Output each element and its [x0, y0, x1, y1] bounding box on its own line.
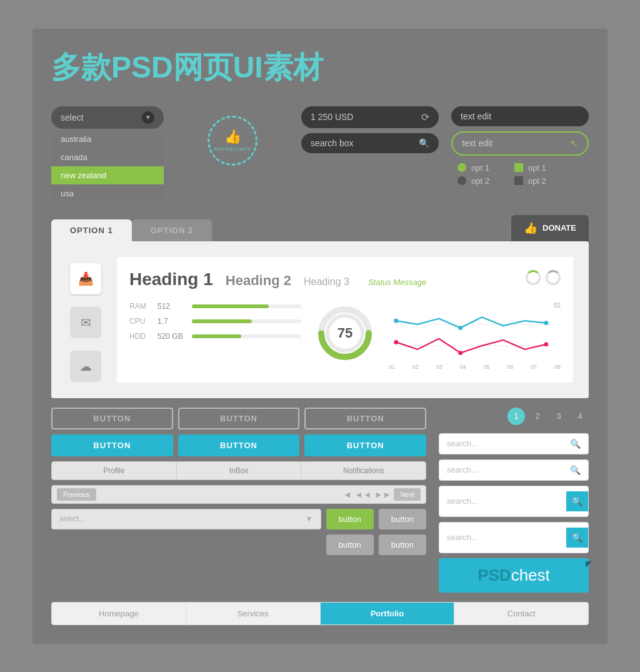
outline-button-2[interactable]: BUTTON [178, 408, 300, 429]
green-button-1[interactable]: button [326, 509, 374, 529]
outline-button-1[interactable]: BUTTON [51, 408, 173, 429]
chart-label-02: 02 [412, 364, 419, 370]
stat-bar-fill-cpu [192, 319, 252, 323]
page-2[interactable]: 2 [529, 408, 546, 425]
sidebar-icons: 📥 ✉ ☁ [67, 257, 104, 383]
checkbox-opt1: opt 1 [514, 163, 546, 173]
dropdown-area: select ▼ australia canada new zealand us… [51, 106, 164, 203]
search-box-2[interactable]: search... 🔍 [439, 459, 589, 481]
tab-nav-inbox[interactable]: InBox [177, 462, 302, 479]
search-box-input[interactable]: search box 🔍 [301, 133, 439, 153]
search-box-3[interactable]: search... 🔍 [439, 486, 589, 517]
dropdown-item-newzealand[interactable]: new zealand [51, 166, 164, 184]
thumb-icon: 👍 [224, 129, 241, 145]
inbox-icon: 📥 [78, 271, 94, 286]
prev-button[interactable]: Previous [57, 488, 96, 501]
badge-label: APPRECIATE [214, 146, 251, 152]
psd-banner: PSD chest [439, 558, 589, 593]
page-3[interactable]: 3 [550, 408, 568, 425]
checkbox-1[interactable] [514, 163, 523, 172]
dash-headings: Heading 1 Heading 2 Heading 3 Status Mes… [129, 269, 561, 289]
tabs-bar: OPTION 1 OPTION 2 👍 DONATE [51, 215, 589, 241]
select-arrow-icon: ▼ [306, 514, 313, 523]
dropdown-item-usa[interactable]: usa [51, 184, 164, 203]
cursor-icon: ↖ [570, 138, 578, 149]
amount-value: 1 250 USD [311, 112, 353, 122]
blue-button-1[interactable]: BUTTON [51, 434, 173, 456]
radio-opt2: opt 2 [458, 176, 489, 186]
nav-homepage[interactable]: Homepage [52, 603, 186, 624]
cloud-icon: ☁ [79, 359, 92, 374]
page-4[interactable]: 4 [571, 408, 589, 425]
radio-opt1: opt 1 [458, 163, 489, 173]
chart-x-labels: 01 02 03 04 05 06 07 08 [389, 364, 561, 370]
stats-bars: RAM 512 CPU 1.7 [129, 302, 301, 370]
nav-contact[interactable]: Contact [454, 603, 588, 624]
gray-button-3[interactable]: button [379, 534, 426, 555]
dropdown-list: australia canada new zealand usa [51, 130, 164, 203]
chart-label-04: 04 [460, 364, 466, 370]
gray-button-1[interactable]: button [379, 509, 426, 529]
dashboard-content: Heading 1 Heading 2 Heading 3 Status Mes… [117, 257, 573, 383]
outline-button-3[interactable]: BUTTON [304, 408, 426, 429]
text-edit-2[interactable]: text edit ↖ [451, 131, 589, 156]
search-box-4[interactable]: search... 🔍 [439, 522, 589, 553]
checkbox-opt1-label: opt 1 [528, 163, 546, 173]
svg-point-5 [394, 318, 398, 323]
tab-nav-profile[interactable]: Profile [52, 462, 177, 479]
checkbox-2[interactable] [514, 176, 523, 185]
nav-arrow-1[interactable]: ◄ [343, 489, 352, 499]
stat-value-cpu: 1.7 [158, 317, 186, 326]
appreciate-badge: 👍 APPRECIATE [208, 116, 258, 166]
stat-label-ram: RAM [129, 302, 151, 311]
sidebar-icon-mail[interactable]: ✉ [70, 307, 101, 338]
next-button[interactable]: Next [394, 488, 421, 501]
spin-icon: ⟳ [421, 111, 429, 123]
donate-icon: 👍 [524, 221, 538, 235]
stat-bar-bg-cpu [192, 319, 301, 323]
blue-button-3[interactable]: BUTTON [304, 434, 426, 456]
text-edit-1-value: text edit [461, 111, 491, 121]
dropdown-item-canada[interactable]: canada [51, 148, 164, 166]
sidebar-icon-inbox[interactable]: 📥 [70, 263, 101, 294]
tab-nav-notifications[interactable]: Notifications [301, 462, 426, 479]
sidebar-icon-cloud[interactable]: ☁ [70, 351, 101, 382]
nav-portfolio[interactable]: Portfolio [321, 603, 455, 624]
svg-point-10 [544, 342, 548, 346]
dropdown-item-australia[interactable]: australia [51, 130, 164, 148]
stat-bar-fill-hdd [192, 334, 241, 338]
stat-bar-bg-hdd [192, 334, 301, 338]
nav-arrow-3[interactable]: ►► [374, 489, 392, 499]
stat-value-hdd: 520 GB [158, 332, 186, 341]
dropdown-selected-label: select [61, 113, 84, 123]
donate-label: DONATE [542, 223, 576, 233]
search-icon-blue-3: 🔍 [566, 491, 588, 511]
nav-services[interactable]: Services [186, 603, 321, 624]
tab-option1[interactable]: OPTION 1 [51, 219, 132, 241]
dropdown-select[interactable]: select ▼ [51, 106, 164, 129]
gray-button-2[interactable]: button [326, 534, 374, 555]
amount-input[interactable]: 1 250 USD ⟳ [301, 106, 439, 128]
radio-dot-1[interactable] [458, 163, 466, 172]
donate-button[interactable]: 👍 DONATE [511, 215, 589, 241]
radio-opt2-label: opt 2 [471, 176, 489, 186]
search-box-1[interactable]: search... 🔍 [439, 433, 589, 454]
radio-dot-2[interactable] [458, 176, 466, 185]
nav-bar: Homepage Services Portfolio Contact [51, 602, 589, 625]
select-box[interactable]: select... ▼ [51, 509, 321, 529]
chart-label-06: 06 [507, 364, 513, 370]
text-edit-2-value: text edit [462, 138, 492, 148]
text-edit-1[interactable]: text edit [451, 106, 589, 126]
chart-y2: 02 [554, 302, 561, 309]
page-title: 多款PSD网页UI素材 [51, 48, 589, 88]
dash-status: Status Message [368, 278, 426, 287]
tab-option2[interactable]: OPTION 2 [132, 219, 212, 241]
stat-bar-bg-ram [192, 304, 301, 308]
tab-nav: Profile InBox Notifications [51, 461, 426, 480]
badge-container: 👍 APPRECIATE [176, 109, 289, 166]
chart-label-01: 01 [389, 364, 395, 370]
page-1[interactable]: 1 [508, 408, 525, 425]
psd-light-text: chest [511, 566, 550, 585]
blue-button-2[interactable]: BUTTON [178, 434, 300, 456]
nav-arrow-2[interactable]: ◄◄ [354, 489, 372, 499]
